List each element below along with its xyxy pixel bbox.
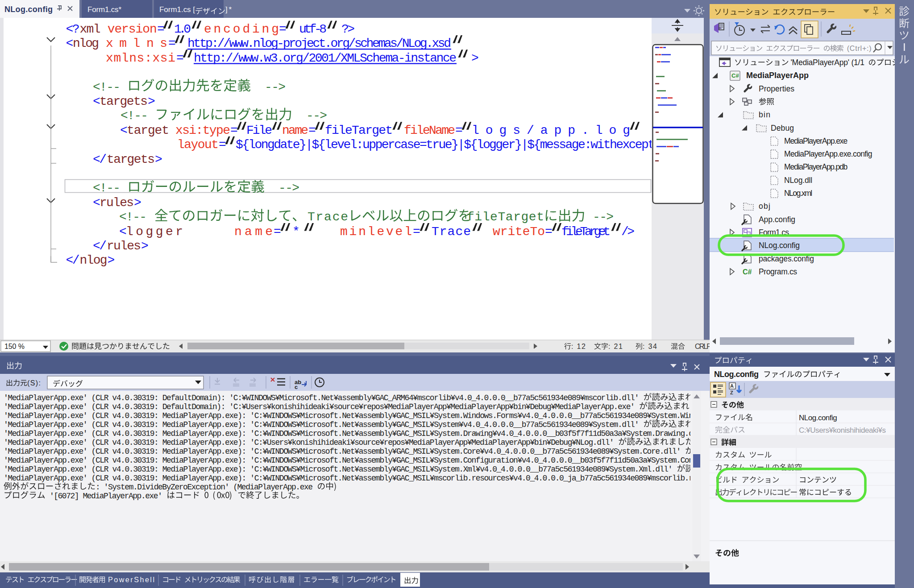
svg-text:>: >	[148, 95, 155, 108]
svg-text:C#: C#	[731, 72, 739, 79]
svg-text:MediaPlayerApp.exe: MediaPlayerApp.exe	[784, 137, 848, 145]
svg-text:>: >	[471, 51, 479, 65]
svg-text:MediaPlayerApp.exe.config: MediaPlayerApp.exe.config	[784, 149, 872, 158]
svg-text:>: >	[108, 253, 115, 267]
svg-text:(Ctrl+:): (Ctrl+:)	[847, 45, 872, 52]
svg-text:App.config: App.config	[759, 215, 795, 224]
svg-text:Properties: Properties	[759, 84, 794, 93]
svg-text:target: target	[127, 124, 169, 137]
svg-text:-->: -->	[299, 109, 327, 123]
svg-text:version: version	[108, 22, 157, 36]
svg-text:xml: xml	[80, 22, 101, 36]
svg-text:>: >	[155, 153, 162, 166]
svg-text:>: >	[134, 196, 141, 210]
svg-text:${longdate}|${level:uppercase=: ${longdate}|${level:uppercase=true}|${lo…	[236, 138, 655, 152]
svg-text:=: =	[230, 124, 238, 137]
svg-text:Form1.cs [: Form1.cs [	[159, 5, 195, 14]
svg-text:: 'System.DivideByZeroExceptio: : 'System.DivideByZeroException' (MediaP…	[96, 483, 317, 492]
svg-text:*: *	[292, 225, 300, 239]
svg-text:'MediaPlayerApp.exe' (CLR v4.0: 'MediaPlayerApp.exe' (CLR v4.0.30319: Me…	[4, 447, 685, 456]
svg-text:'MediaPlayerApp.exe' (CLR v4.0: 'MediaPlayerApp.exe' (CLR v4.0.30319: Me…	[4, 456, 694, 465]
svg-text:C:¥Users¥konishihideaki¥s: C:¥Users¥konishihideaki¥s	[799, 426, 886, 435]
svg-text:NLog.config: NLog.config	[4, 5, 53, 14]
svg-text:Trace: Trace	[307, 210, 348, 224]
svg-text:-->: -->	[586, 210, 614, 224]
svg-text:A: A	[730, 383, 734, 389]
svg-text:Program.cs: Program.cs	[759, 267, 797, 276]
svg-text:<!--: <!--	[120, 109, 148, 123]
svg-text:=: =	[168, 37, 176, 50]
svg-text:=: =	[308, 124, 316, 137]
svg-text:=: =	[545, 225, 553, 239]
svg-text:?>: ?>	[341, 22, 355, 36]
svg-text:'MediaPlayerApp.exe' (CLR v4.0: 'MediaPlayerApp.exe' (CLR v4.0.30319: Me…	[4, 465, 677, 474]
svg-text:</: </	[93, 239, 107, 253]
svg-text:fileTarget: fileTarget	[325, 124, 393, 137]
svg-text:http://www.w3.org/2001/XMLSche: http://www.w3.org/2001/XMLSchema-instanc…	[194, 51, 457, 65]
svg-text:'MediaPlayerApp.exe' (CLR v4.0: 'MediaPlayerApp.exe' (CLR v4.0.30319: Me…	[4, 474, 694, 483]
svg-text:<!--: <!--	[93, 181, 120, 195]
svg-text:'MediaPlayerApp' (1/1: 'MediaPlayerApp' (1/1	[791, 58, 867, 67]
svg-text:/>: />	[621, 225, 635, 239]
svg-text:targets: targets	[100, 95, 148, 108]
svg-text:-->: -->	[258, 80, 286, 94]
svg-text:=: =	[413, 225, 420, 239]
svg-text:NLog.dll: NLog.dll	[784, 176, 812, 185]
svg-text:layout: layout	[177, 138, 219, 152]
svg-text:-->: -->	[272, 181, 299, 195]
svg-text:=: =	[274, 225, 281, 239]
svg-text:targets: targets	[107, 153, 155, 166]
svg-text:MediaPlayerApp.pdb: MediaPlayerApp.pdb	[784, 162, 848, 171]
svg-text:'MediaPlayerApp.exe' (CLR v4.0: 'MediaPlayerApp.exe' (CLR v4.0.30319: De…	[4, 393, 644, 402]
svg-text:=: =	[176, 51, 184, 65]
svg-text:C#: C#	[743, 268, 752, 276]
svg-text:NLog.xml: NLog.xml	[784, 189, 812, 198]
svg-text:bin: bin	[759, 110, 770, 119]
svg-text:fileTarget: fileTarget	[561, 225, 611, 239]
svg-text:NLog.config: NLog.config	[799, 414, 837, 422]
svg-text:'MediaPlayerApp.exe' (CLR v4.0: 'MediaPlayerApp.exe' (CLR v4.0.30319: Me…	[4, 420, 644, 429]
svg-text:fileTarget: fileTarget	[467, 210, 544, 224]
svg-text:xmlns:xsi: xmlns:xsi	[106, 51, 175, 65]
svg-text:150 %: 150 %	[4, 343, 25, 350]
svg-text:CRLF: CRLF	[695, 343, 711, 350]
svg-text:name: name	[282, 124, 308, 137]
svg-text:NLog.config: NLog.config	[759, 241, 800, 250]
svg-text:Z: Z	[730, 390, 733, 395]
svg-text:writeTo: writeTo	[493, 225, 545, 239]
svg-text:xsi:type: xsi:type	[175, 124, 230, 137]
svg-text:utf-8: utf-8	[299, 22, 327, 36]
svg-text:rules: rules	[107, 239, 141, 253]
svg-text:NLog.config: NLog.config	[714, 370, 759, 379]
svg-text:1.0: 1.0	[174, 22, 191, 36]
svg-text:'[6072] MediaPlayerApp.exe': '[6072] MediaPlayerApp.exe'	[46, 492, 167, 501]
svg-text:=: =	[279, 22, 287, 36]
svg-text:'MediaPlayerApp.exe' (CLR v4.0: 'MediaPlayerApp.exe' (CLR v4.0.30319: Me…	[4, 438, 618, 447]
svg-text:<: <	[66, 37, 74, 50]
svg-text:'MediaPlayerApp.exe' (CLR v4.0: 'MediaPlayerApp.exe' (CLR v4.0.30319: De…	[4, 402, 639, 411]
svg-text:'MediaPlayerApp.exe' (CLR v4.0: 'MediaPlayerApp.exe' (CLR v4.0.30319: Me…	[4, 411, 694, 420]
svg-text:nlog: nlog	[73, 37, 99, 50]
svg-text:Trace: Trace	[432, 225, 471, 239]
svg-text:nlog: nlog	[80, 253, 108, 267]
svg-text:<!--: <!--	[119, 210, 147, 224]
svg-text:<?: <?	[66, 22, 80, 36]
svg-text:rules: rules	[100, 196, 134, 210]
svg-text:</: </	[66, 253, 80, 267]
svg-text:obj: obj	[759, 202, 770, 211]
svg-text:File: File	[246, 124, 272, 137]
svg-text:PowerShell: PowerShell	[108, 576, 154, 584]
svg-text:=: =	[157, 22, 165, 36]
svg-text:Form1.cs*: Form1.cs*	[87, 5, 121, 14]
svg-text:Debug: Debug	[771, 124, 794, 133]
svg-text:c: c	[295, 384, 298, 390]
svg-text:<!--: <!--	[93, 80, 120, 94]
svg-text:]*: ]*	[225, 5, 232, 14]
svg-text:fileName: fileName	[404, 124, 455, 137]
svg-text:'MediaPlayerApp.exe' (CLR v4.0: 'MediaPlayerApp.exe' (CLR v4.0.30319: Me…	[4, 429, 694, 438]
svg-text:=: =	[455, 124, 463, 137]
svg-text:>: >	[141, 239, 149, 253]
svg-text:=: =	[219, 138, 226, 152]
svg-text:http://www.nlog-project.org/sc: http://www.nlog-project.org/schemas/NLog…	[187, 37, 451, 50]
svg-text:MediaPlayerApp: MediaPlayerApp	[746, 71, 809, 80]
